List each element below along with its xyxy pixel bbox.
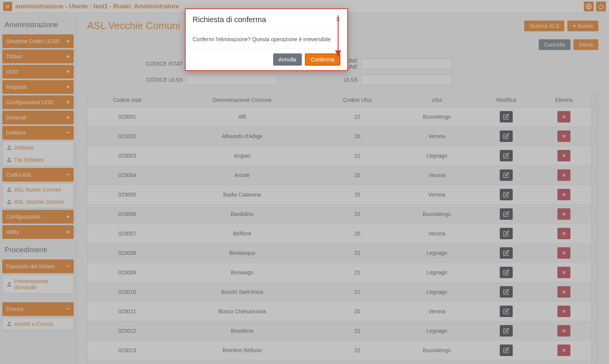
modal-title: Richiesta di conferma — [193, 15, 266, 24]
confirm-modal: Richiesta di conferma × Confermi l'elimi… — [185, 8, 348, 71]
annulla-button[interactable]: Annulla — [273, 53, 302, 66]
modal-close-button[interactable]: × — [335, 14, 340, 24]
conferma-button[interactable]: Conferma — [305, 53, 340, 66]
modal-body: Confermi l'eliminazione? Questa operazio… — [186, 30, 347, 49]
